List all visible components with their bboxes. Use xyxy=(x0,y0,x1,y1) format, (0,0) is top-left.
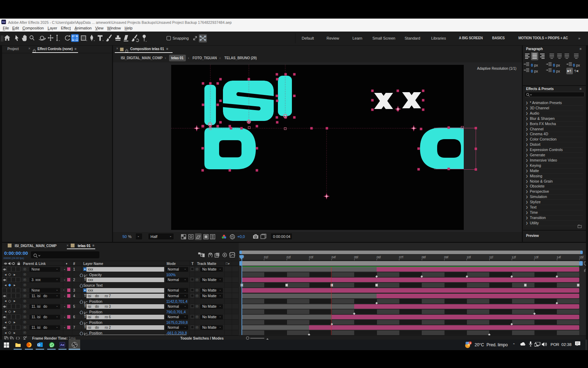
svg-text:2: 2 xyxy=(469,342,471,345)
